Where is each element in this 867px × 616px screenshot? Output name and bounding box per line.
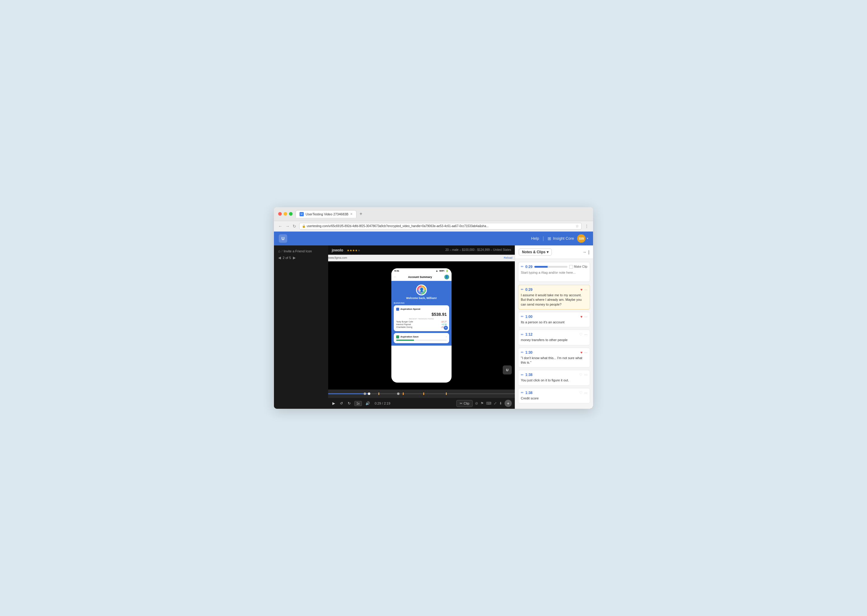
volume-icon[interactable]: 🔊 bbox=[364, 401, 371, 406]
video-controls: ▶ ↺ ↻ 1x 🔊 0:29 / 2:19 ✂ Clip ⊘ ⚑ bbox=[328, 390, 515, 409]
fast-forward-button[interactable]: ↻ bbox=[347, 401, 352, 406]
controls-row: ▶ ↺ ↻ 1x 🔊 0:29 / 2:19 ✂ Clip ⊘ ⚑ bbox=[328, 398, 515, 409]
note-card-3-time[interactable]: 1:12 bbox=[525, 332, 533, 336]
tool-icons: ⊘ ⚑ ⌨ ⤢ ⬇ bbox=[475, 401, 502, 405]
mobile-body: 👤 Welcome back, William! Banking bbox=[391, 281, 452, 346]
note-card-3-actions: ♡ ··· bbox=[579, 332, 587, 336]
progress-track bbox=[328, 393, 515, 394]
make-clip-area: Make Clip bbox=[569, 265, 587, 269]
insight-core-button[interactable]: ⊞ Insight Core bbox=[548, 236, 574, 241]
more-options-button[interactable]: ⋮ bbox=[585, 224, 589, 229]
account-summary-label: Account Summary bbox=[408, 275, 432, 278]
panel-arrow-right[interactable]: → bbox=[582, 250, 586, 255]
note-card-5-time[interactable]: 1:38 bbox=[525, 372, 533, 377]
note-card-4-actions: ♥ ··· bbox=[580, 350, 587, 355]
help-link[interactable]: Help bbox=[531, 236, 539, 240]
note-input-field[interactable] bbox=[521, 271, 587, 278]
speed-control[interactable]: 1x bbox=[354, 401, 362, 406]
note-card-4-time[interactable]: 1:30 bbox=[525, 350, 533, 355]
play-button[interactable]: ▶ bbox=[331, 401, 336, 406]
user-rating: ★★★★★ bbox=[347, 249, 360, 252]
maximize-button[interactable] bbox=[289, 212, 293, 216]
more-menu-2[interactable]: ··· bbox=[584, 314, 587, 319]
minimize-button[interactable] bbox=[284, 212, 287, 216]
mobile-welcome-text: Welcome back, William! bbox=[394, 297, 449, 300]
grid-icon: ⊞ bbox=[548, 236, 551, 241]
note-edit-icon-2: ✏ bbox=[521, 314, 523, 319]
more-menu-4[interactable]: ··· bbox=[584, 350, 587, 355]
note-card-6: ✏ 1:38 ♡ ··· Credit score bbox=[518, 388, 590, 403]
panel-expand[interactable]: | bbox=[588, 250, 590, 255]
more-menu-3[interactable]: ··· bbox=[584, 332, 587, 336]
like-button-1[interactable]: ♥ bbox=[580, 288, 583, 292]
download-icon[interactable]: ⬇ bbox=[499, 401, 502, 405]
bookmark-icon[interactable]: ☆ bbox=[575, 224, 579, 228]
app-logo: U bbox=[279, 234, 287, 243]
video-counter: 2 of 5 bbox=[283, 256, 291, 259]
tab-title: UserTesting Video 2734683B bbox=[306, 212, 348, 216]
note-card-2-header: ✏ 1:00 ♥ ··· bbox=[521, 314, 587, 319]
note-card-2-time[interactable]: 1:00 bbox=[525, 314, 533, 319]
next-video-button[interactable]: ▶ bbox=[293, 256, 296, 260]
like-button-4[interactable]: ♥ bbox=[580, 350, 583, 355]
make-clip-label: Make Clip bbox=[574, 265, 587, 268]
close-button[interactable] bbox=[278, 212, 282, 216]
back-button[interactable]: ← bbox=[278, 224, 282, 229]
video-area: jowolo ★★★★★ 20 – male – $100,000 - $124… bbox=[328, 245, 515, 409]
reload-button[interactable]: ↻ bbox=[293, 224, 296, 229]
subtitles-icon[interactable]: ⊘ bbox=[475, 401, 478, 405]
video-watermark: U bbox=[503, 365, 512, 374]
header-divider: | bbox=[543, 236, 544, 241]
prev-video-button[interactable]: ◀ bbox=[278, 256, 281, 260]
clip-button[interactable]: ✂ Clip bbox=[456, 400, 473, 407]
note-card-1-actions: ♥ ··· bbox=[580, 288, 587, 292]
like-button-6[interactable]: ♡ bbox=[579, 391, 583, 395]
note-card-5-left: ✏ 1:38 bbox=[521, 372, 533, 377]
note-card-6-time[interactable]: 1:38 bbox=[525, 391, 533, 395]
flag-icon[interactable]: ⚑ bbox=[481, 401, 484, 405]
progress-thumb[interactable] bbox=[368, 393, 370, 395]
note-card-4-text: "I don't know what this... I'm not sure … bbox=[521, 356, 587, 365]
video-container[interactable]: www.figma.com Reload 9:41 ▲WiFi🔋 ··· bbox=[328, 255, 515, 390]
like-button-3[interactable]: ♡ bbox=[579, 332, 583, 336]
more-menu-1[interactable]: ··· bbox=[584, 288, 587, 292]
note-card-3-header: ✏ 1:12 ♡ ··· bbox=[521, 332, 587, 336]
more-menu-6[interactable]: ··· bbox=[584, 391, 587, 395]
note-card-5-actions: ♡ ··· bbox=[579, 372, 587, 377]
keyboard-icon[interactable]: ⌨ bbox=[486, 401, 491, 405]
notes-clips-label: Notes & Clips bbox=[522, 250, 545, 254]
notes-clips-button[interactable]: Notes & Clips ▾ bbox=[519, 248, 552, 256]
title-bar: U UserTesting Video 2734683B ✕ + bbox=[274, 207, 593, 221]
account-amount: $538.91 bbox=[396, 312, 447, 317]
figma-url-bar: www.figma.com Reload bbox=[328, 255, 515, 261]
progress-bar[interactable] bbox=[328, 390, 515, 398]
url-field[interactable]: 🔒 usertesting.com/v/65c691f5-892d-4dfd-8… bbox=[299, 223, 582, 229]
fullscreen-icon[interactable]: ⤢ bbox=[494, 401, 497, 405]
note-card-1-time[interactable]: 0:29 bbox=[525, 288, 533, 292]
scrubber-dot-1 bbox=[364, 393, 366, 395]
add-transaction-button[interactable]: + bbox=[444, 326, 448, 330]
new-tab-button[interactable]: + bbox=[358, 211, 363, 217]
forward-button[interactable]: → bbox=[285, 224, 290, 229]
rewind-button[interactable]: ↺ bbox=[339, 401, 344, 406]
active-tab[interactable]: U UserTesting Video 2734683B ✕ bbox=[296, 210, 356, 218]
note-card-4-left: ✏ 1:30 bbox=[521, 350, 533, 355]
note-edit-icon-4: ✏ bbox=[521, 350, 523, 354]
like-button-5[interactable]: ♡ bbox=[579, 372, 583, 377]
right-panel: Notes & Clips ▾ → | ✏ 0:29 bbox=[515, 245, 593, 409]
recent-transactions-label: RECENT TRANSACTIONS bbox=[396, 318, 447, 320]
home-icon[interactable]: ⌂ bbox=[278, 249, 280, 253]
user-avatar[interactable]: SW bbox=[577, 234, 585, 243]
tab-close-icon[interactable]: ✕ bbox=[350, 212, 353, 216]
banking-label: Banking bbox=[394, 302, 449, 304]
note-card-2: ✏ 1:00 ♥ ··· Its a person so it's an acc… bbox=[518, 312, 590, 327]
like-button-2[interactable]: ♥ bbox=[580, 314, 583, 319]
more-menu-5[interactable]: ··· bbox=[584, 372, 587, 377]
add-button[interactable]: + bbox=[504, 400, 512, 407]
panel-header: Notes & Clips ▾ → | bbox=[515, 245, 593, 259]
reload-link[interactable]: Reload bbox=[504, 256, 512, 259]
note-card-1-header: ✏ 0:29 ♥ ··· bbox=[521, 288, 587, 292]
address-bar: ← → ↻ 🔒 usertesting.com/v/65c691f5-892d-… bbox=[274, 221, 593, 232]
note-edit-icon-5: ✏ bbox=[521, 373, 523, 377]
make-clip-checkbox[interactable] bbox=[569, 265, 573, 269]
